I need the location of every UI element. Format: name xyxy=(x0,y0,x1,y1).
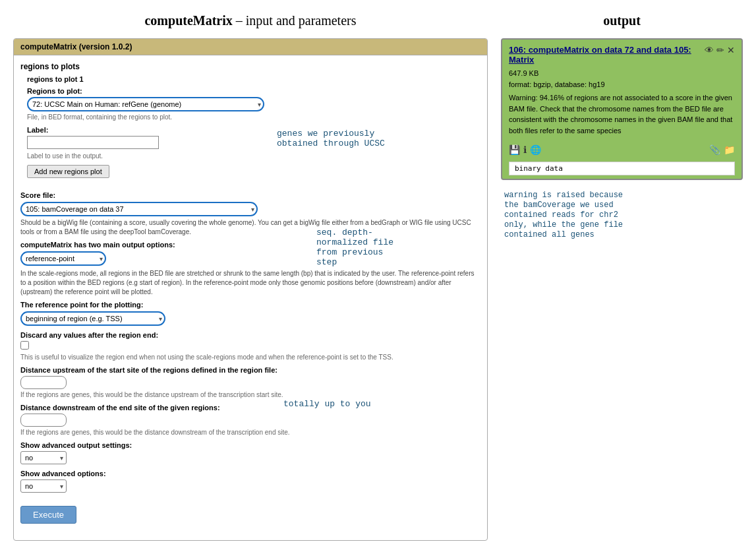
mode-select[interactable]: reference-point xyxy=(20,251,106,266)
globe-icon[interactable]: 🌐 xyxy=(530,144,541,155)
label-hint: Label to use in the output. xyxy=(27,152,480,160)
galaxy-header: computeMatrix (version 1.0.2) xyxy=(14,39,487,55)
adv-options-select[interactable]: no xyxy=(20,479,67,493)
regions-to-plot-select[interactable]: 72: UCSC Main on Human: refGene (genome) xyxy=(27,97,264,111)
output-footer: 💾 ℹ 🌐 📎 📁 xyxy=(502,141,741,158)
info-icon[interactable]: ℹ xyxy=(523,144,527,155)
adv-options-label: Show advanced options: xyxy=(20,470,480,477)
output-title[interactable]: 106: computeMatrix on data 72 and data 1… xyxy=(509,45,705,65)
downstream-hint: If the regions are genes, this would be … xyxy=(20,429,480,436)
output-size: 647.9 KB xyxy=(509,68,735,79)
output-box: 106: computeMatrix on data 72 and data 1… xyxy=(501,38,743,180)
regions-to-plot-1-label: regions to plot 1 xyxy=(27,75,480,83)
output-format: format: bgzip, database: hg19 xyxy=(509,79,735,90)
output-icons: 👁 ✏ ✕ xyxy=(705,45,735,55)
regions-label: Regions to plot: xyxy=(27,87,480,95)
upstream-input[interactable]: 2000 xyxy=(20,376,67,389)
label-input[interactable]: Genes xyxy=(27,136,159,149)
downstream-input[interactable]: 4000 xyxy=(20,414,67,427)
output-binary-label: binary data xyxy=(509,162,735,175)
galaxy-panel: computeMatrix (version 1.0.2) regions to… xyxy=(13,38,488,541)
downstream-label: Distance downstream of the end site of t… xyxy=(20,404,480,412)
edit-icon[interactable]: ✏ xyxy=(716,45,724,55)
galaxy-body: regions to plots regions to plot 1 Regio… xyxy=(14,55,487,537)
warning-annotation: warning is raised because the bamCoverag… xyxy=(501,187,743,243)
upstream-label: Distance upstream of the start site of t… xyxy=(20,366,480,374)
regions-to-plots-section: regions to plots xyxy=(20,62,480,71)
discard-label: Discard any values after the region end: xyxy=(20,331,480,339)
add-regions-button[interactable]: Add new regions plot xyxy=(27,165,109,178)
label-field-label: Label: xyxy=(27,126,480,134)
refpoint-label: The reference point for the plotting: xyxy=(20,301,480,309)
discard-checkbox[interactable] xyxy=(20,341,29,350)
left-panel-title: computeMatrix – input and parameters xyxy=(13,13,488,28)
upstream-hint: If the regions are genes, this would be … xyxy=(20,391,480,398)
score-file-label: Score file: xyxy=(20,191,480,199)
regions-hint: File, in BED format, containing the regi… xyxy=(27,113,480,121)
paperclip-icon[interactable]: 📎 xyxy=(709,144,720,155)
save-icon[interactable]: 💾 xyxy=(509,144,520,155)
adv-output-label: Show advanced output settings: xyxy=(20,441,480,449)
score-file-select[interactable]: 105: bamCoverage on data 37 xyxy=(20,202,258,216)
mode-label: computeMatrix has two main output option… xyxy=(20,241,480,249)
mode-desc: In the scale-regions mode, all regions i… xyxy=(20,269,480,297)
refpoint-select[interactable]: beginning of region (e.g. TSS) xyxy=(20,311,165,326)
output-warning: Warning: 94.16% of regions are not assoc… xyxy=(509,92,735,136)
close-icon[interactable]: ✕ xyxy=(727,45,735,55)
right-panel-title: output xyxy=(501,13,743,28)
discard-hint: This is useful to visualize the region e… xyxy=(20,354,480,361)
folder-icon[interactable]: 📁 xyxy=(724,144,735,155)
adv-output-select[interactable]: no xyxy=(20,451,67,464)
execute-button[interactable]: Execute xyxy=(20,506,76,524)
score-hint: Should be a bigWig file (containing a sc… xyxy=(20,218,480,237)
eye-icon[interactable]: 👁 xyxy=(705,45,714,55)
